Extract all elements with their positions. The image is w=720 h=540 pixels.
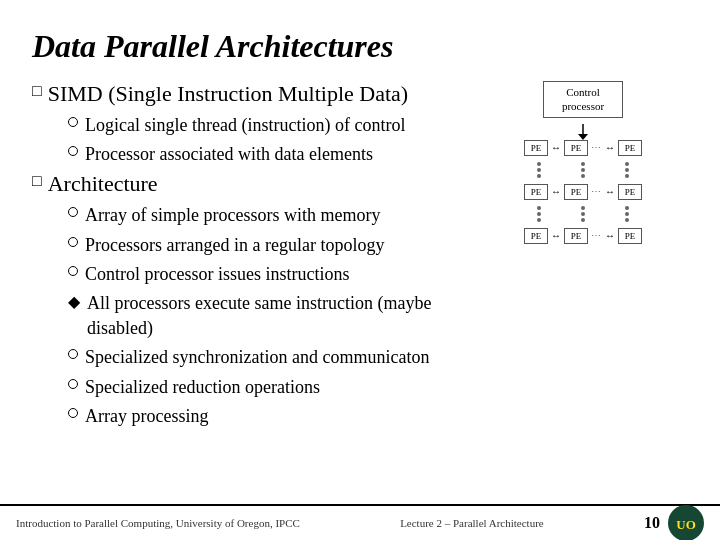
circle-icon-6 — [68, 349, 78, 359]
pe-row-1: PE ↔ PE ⋯ ↔ PE — [524, 140, 642, 156]
circle-icon-2 — [68, 146, 78, 156]
footer-right: 10 UO — [644, 505, 704, 540]
slide: Data Parallel Architectures □ SIMD (Sing… — [0, 0, 720, 540]
circle-icon-4 — [68, 237, 78, 247]
pe-box-1-2: PE — [564, 140, 588, 156]
control-processor-box: Control processor — [543, 81, 623, 118]
diamond-icon: ◆ — [68, 292, 80, 311]
simd-sub-1: Logical single thread (instruction) of c… — [68, 113, 478, 138]
circle-icon-5 — [68, 266, 78, 276]
pe-arrow-3-2: ↔ — [605, 230, 615, 241]
arch-sub-bullets: Array of simple processors with memory P… — [68, 203, 478, 429]
footer-center-text: Lecture 2 – Parallel Architecture — [400, 517, 544, 529]
arch-sub-text-4: Specialized synchronization and communic… — [85, 345, 429, 370]
pe-box-1-1: PE — [524, 140, 548, 156]
vert-dot-col4 — [537, 206, 541, 222]
pe-row-2: PE ↔ PE ⋯ ↔ PE — [524, 184, 642, 200]
pe-dots-2: ⋯ — [591, 186, 602, 197]
arch-sub-text-3: Control processor issues instructions — [85, 262, 349, 287]
pe-box-3-1: PE — [524, 228, 548, 244]
arch-sub-text-6: Array processing — [85, 404, 208, 429]
arch-sub-text-2: Processors arranged in a regular topolog… — [85, 233, 384, 258]
arch-sub-text-1: Array of simple processors with memory — [85, 203, 380, 228]
bullet-simd-text: SIMD (Single Instruction Multiple Data) — [48, 81, 409, 107]
bullet-icon-arch: □ — [32, 172, 42, 190]
uo-logo: UO — [668, 505, 704, 540]
pe-dots-3: ⋯ — [591, 230, 602, 241]
pe-box-2-1: PE — [524, 184, 548, 200]
vert-dot-col5 — [581, 206, 585, 222]
pe-arrow-3-1: ↔ — [551, 230, 561, 241]
vert-dot-col2 — [581, 162, 585, 178]
pe-box-3-2: PE — [564, 228, 588, 244]
arch-sub-5: Specialized reduction operations — [68, 375, 478, 400]
bullet-arch: □ Architecture — [32, 171, 478, 197]
pe-grid: PE ↔ PE ⋯ ↔ PE — [524, 140, 642, 244]
simd-sub-text-1: Logical single thread (instruction) of c… — [85, 113, 405, 138]
bullet-simd: □ SIMD (Single Instruction Multiple Data… — [32, 81, 478, 107]
arch-sub-1: Array of simple processors with memory — [68, 203, 478, 228]
pe-arrow-1-2: ↔ — [605, 142, 615, 153]
circle-icon-7 — [68, 379, 78, 389]
bullet-arch-text: Architecture — [48, 171, 158, 197]
main-content: □ SIMD (Single Instruction Multiple Data… — [32, 81, 688, 520]
vert-dot-col3 — [625, 162, 629, 178]
pe-box-3-3: PE — [618, 228, 642, 244]
arch-diamond-text: All processors execute same instruction … — [87, 291, 478, 341]
pe-arrow-1-1: ↔ — [551, 142, 561, 153]
bullet-icon-simd: □ — [32, 82, 42, 100]
architecture-diagram: Control processor PE ↔ PE ⋯ ↔ PE — [478, 81, 688, 520]
vert-dot-col1 — [537, 162, 541, 178]
vert-dots-1 — [524, 160, 642, 180]
svg-text:UO: UO — [676, 517, 696, 532]
vert-dots-2 — [524, 204, 642, 224]
pe-arrow-2-2: ↔ — [605, 186, 615, 197]
circle-icon-8 — [68, 408, 78, 418]
arch-sub-3: Control processor issues instructions — [68, 262, 478, 287]
simd-sub-text-2: Processor associated with data elements — [85, 142, 373, 167]
footer: Introduction to Parallel Computing, Univ… — [0, 504, 720, 540]
footer-page-number: 10 — [644, 514, 660, 532]
arch-sub-6: Array processing — [68, 404, 478, 429]
pe-box-1-3: PE — [618, 140, 642, 156]
control-arrow-svg — [553, 124, 613, 140]
arch-sub-text-5: Specialized reduction operations — [85, 375, 320, 400]
pe-arrow-2-1: ↔ — [551, 186, 561, 197]
pe-dots-1: ⋯ — [591, 142, 602, 153]
circle-icon-3 — [68, 207, 78, 217]
arch-sub-diamond: ◆ All processors execute same instructio… — [68, 291, 478, 341]
simd-sub-2: Processor associated with data elements — [68, 142, 478, 167]
slide-title: Data Parallel Architectures — [32, 28, 688, 65]
simd-sub-bullets: Logical single thread (instruction) of c… — [68, 113, 478, 167]
footer-left-text: Introduction to Parallel Computing, Univ… — [16, 517, 300, 529]
circle-icon-1 — [68, 117, 78, 127]
pe-row-3: PE ↔ PE ⋯ ↔ PE — [524, 228, 642, 244]
arch-sub-4: Specialized synchronization and communic… — [68, 345, 478, 370]
arch-sub-2: Processors arranged in a regular topolog… — [68, 233, 478, 258]
text-area: □ SIMD (Single Instruction Multiple Data… — [32, 81, 478, 520]
pe-box-2-3: PE — [618, 184, 642, 200]
vert-dot-col6 — [625, 206, 629, 222]
pe-box-2-2: PE — [564, 184, 588, 200]
